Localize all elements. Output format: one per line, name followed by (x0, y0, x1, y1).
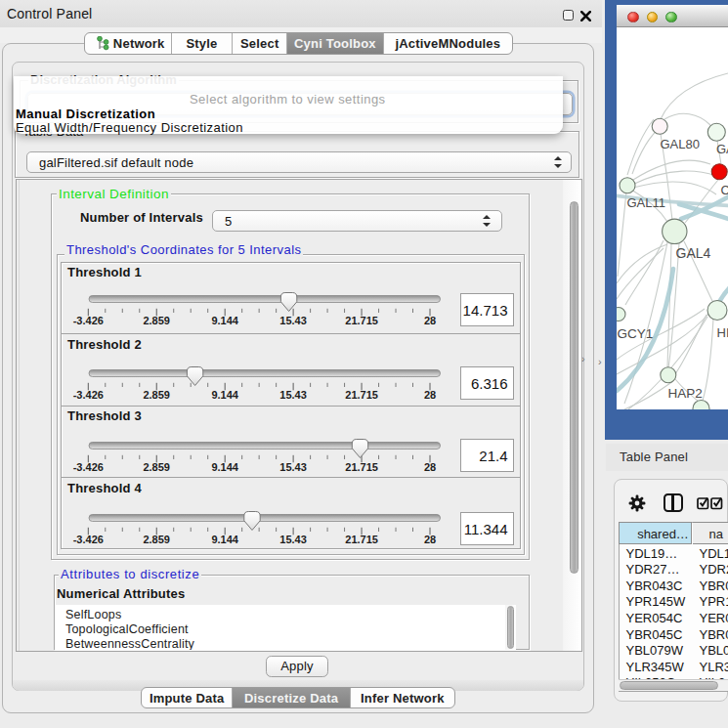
svg-text:-3.426: -3.426 (73, 389, 104, 401)
svg-text:15.43: 15.43 (279, 315, 307, 326)
svg-text:GAL80: GAL80 (661, 137, 700, 151)
svg-text:-3.426: -3.426 (73, 461, 104, 473)
svg-text:HI: HI (717, 325, 728, 340)
svg-text:9.144: 9.144 (211, 315, 238, 326)
svg-text:9.144: 9.144 (211, 389, 238, 401)
svg-text:2.859: 2.859 (143, 315, 170, 326)
svg-text:C: C (721, 183, 728, 197)
svg-text:21.715: 21.715 (345, 461, 378, 473)
svg-text:15.43: 15.43 (279, 389, 307, 401)
svg-text:-3.426: -3.426 (73, 534, 104, 545)
svg-text:9.144: 9.144 (211, 534, 238, 545)
svg-text:15.43: 15.43 (279, 534, 307, 545)
svg-text:28: 28 (424, 389, 436, 401)
svg-text:21.715: 21.715 (345, 315, 378, 326)
svg-text:28: 28 (424, 315, 436, 326)
svg-text:GCY1: GCY1 (618, 326, 654, 341)
svg-text:9.144: 9.144 (211, 461, 238, 473)
svg-text:2.859: 2.859 (143, 461, 170, 473)
svg-text:21.715: 21.715 (345, 389, 378, 401)
svg-text:GAL8: GAL8 (716, 142, 728, 156)
svg-text:15.43: 15.43 (279, 461, 307, 473)
svg-text:2.859: 2.859 (143, 389, 170, 401)
svg-text:-3.426: -3.426 (73, 315, 104, 326)
svg-text:GAL4: GAL4 (676, 245, 711, 261)
svg-text:HAP2: HAP2 (668, 386, 703, 401)
svg-text:21.715: 21.715 (345, 534, 378, 545)
svg-text:2.859: 2.859 (143, 534, 170, 545)
svg-text:GAL11: GAL11 (627, 195, 666, 210)
svg-text:28: 28 (424, 534, 436, 545)
svg-text:28: 28 (424, 461, 436, 473)
